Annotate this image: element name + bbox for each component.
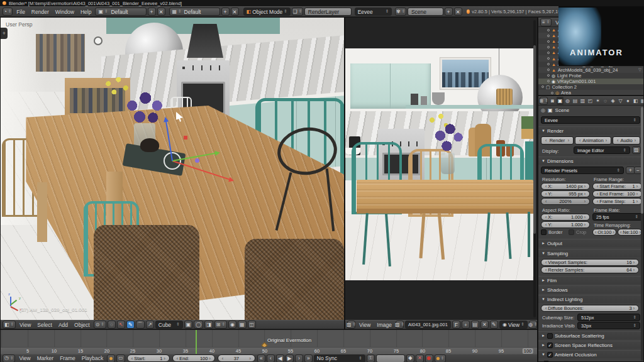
active-item-dropdown[interactable]: Cube⇕ [155,321,183,329]
scene-icon-dropdown[interactable]: ✾⇕ [395,8,406,16]
render-layer-icon-dropdown[interactable]: ❏⇕ [292,8,303,16]
menu-item[interactable]: Frame [57,355,79,361]
sync-mode-dropdown[interactable]: No Sync⇕ [314,354,365,362]
frame-step-field[interactable]: Frame Step:1 [592,198,642,205]
crop-checkbox[interactable] [569,229,574,235]
jump-to-start-button[interactable]: « [257,354,265,362]
resolution-x-field[interactable]: X:1400 px [541,183,590,190]
render-view-button[interactable]: ▦ [238,321,247,329]
properties-scrollbar[interactable] [641,107,643,361]
aspect-x-field[interactable]: X:1.000 [541,214,590,221]
outliner-item[interactable]: Area [538,90,643,96]
properties-tab-icon[interactable]: ✶ [594,97,601,105]
ao-section-header[interactable]: ▼✓Ambient Occlusion [538,350,643,358]
frame-rate-select[interactable]: 25 fps⇕ [592,213,642,221]
properties-tab-icon[interactable]: ◰ [587,97,594,105]
menu-item[interactable]: Select [34,322,55,328]
sampling-section-header[interactable]: ▼Sampling [538,249,643,257]
menu-item[interactable]: Marker [34,355,57,361]
menu-item[interactable]: Window [52,9,77,15]
properties-tab-icon[interactable]: ▤ [572,97,579,105]
menu-item[interactable]: Help [77,9,94,15]
editor-type-timeline-button[interactable]: ◷⇕ [3,354,15,362]
resolution-percentage-field[interactable]: 200% [541,198,590,205]
play-button[interactable]: ▶ [286,354,294,362]
border-checkbox[interactable] [541,229,547,235]
outliner-item[interactable]: VRayCam001.001 [538,79,643,84]
timeline-ruler[interactable]: 5101520253035404550556065707580859095100 [1,347,537,354]
gizmo-plane-handle-x[interactable] [184,136,187,140]
menu-item[interactable]: View [16,355,33,361]
gizmo-plane-handle-z[interactable] [195,158,199,163]
add-scene-layout-button[interactable]: + [221,8,230,16]
outliner-item[interactable]: Collection 2 [538,84,643,90]
render-section-header[interactable]: ▼Render [538,126,643,134]
render-layer-field[interactable]: RenderLayer [304,8,352,16]
sss-checkbox[interactable] [547,333,553,339]
render-presets-dropdown[interactable]: Render Presets⇕ [541,167,624,174]
properties-tab-icon[interactable]: ▥ [579,97,586,105]
expand-icon[interactable] [547,69,550,71]
expand-icon[interactable] [547,29,550,31]
xray-toggle-button[interactable]: ◨ [204,321,213,329]
menu-item[interactable]: View [356,322,374,328]
editor-type-outliner-button[interactable]: ≡⇕ [540,18,552,26]
expand-icon[interactable] [547,52,550,54]
engine-select[interactable]: Eevee⇕ [541,116,640,124]
display-select[interactable]: Image Editor⇕ [574,146,630,154]
add-scene-button[interactable]: + [445,8,453,16]
expand-icon[interactable] [547,57,550,60]
irradiance-select[interactable]: 32px⇕ [577,322,640,329]
proportional-edit-button[interactable]: ◉ [228,321,236,329]
image-browse-dropdown[interactable]: ▨⇕ [396,321,404,329]
current-frame-field[interactable]: 37 [218,354,255,362]
render-animation-button[interactable]: Animation [575,136,611,145]
properties-tab-icon[interactable]: ◈ [609,97,616,105]
overlay-toggle-button[interactable]: ▣ [184,321,193,329]
open-image-button[interactable]: ▤ [471,321,479,329]
auto-keyframe-button[interactable] [107,354,115,362]
close-scene-button[interactable]: ✕ [454,8,462,16]
expand-icon[interactable] [547,80,550,82]
resolution-y-field[interactable]: Y:955 px [541,190,590,197]
record-button[interactable] [425,354,433,362]
border-checkbox-row[interactable]: Border [541,229,563,235]
remap-new-field[interactable]: Ne:100 [618,229,642,236]
orbit-button[interactable]: ◌ [108,321,116,329]
outliner-item[interactable]: ArchModels_68_039_obj_24 [538,67,643,73]
expand-icon[interactable] [547,35,550,37]
scene-name-field[interactable]: Scene [408,8,443,16]
menu-item[interactable]: Playback [79,355,107,361]
editor-type-viewport-button[interactable]: ◧⇕ [3,321,16,329]
end-frame-field[interactable]: End Frame:100 [592,190,642,197]
indirect-lighting-section-header[interactable]: ▼Indirect Lighting [538,295,643,303]
tool-annotate-button[interactable]: ✎ [126,321,135,329]
new-image-button[interactable]: ＋ [462,321,470,329]
remap-old-field[interactable]: Ol:100 [592,229,616,236]
unlink-image-button[interactable]: ✕ [480,321,489,329]
aspect-y-field[interactable]: Y:1.000 [541,221,590,228]
render-samples-slider[interactable]: Render Samples:64 [541,266,639,273]
menu-item[interactable]: Image [374,322,395,328]
menu-item[interactable]: Render [28,9,52,15]
keying-set-field[interactable] [376,354,405,362]
expand-icon[interactable] [551,92,553,94]
start-frame-header-field[interactable]: Start:1 [127,354,170,362]
image-editor-scrollbar[interactable] [533,20,536,317]
screen-layout-selector[interactable]: ▣⇕Default [95,8,146,16]
prev-keyframe-button[interactable]: ‹ [267,354,275,362]
pivot-point-dropdown[interactable]: ⊙⇕ [94,321,106,329]
properties-tab-icon[interactable]: ◧ [632,97,639,105]
tool-measure-button[interactable]: ⌒ [136,321,145,329]
engine-dropdown[interactable]: Eevee⇕ [355,8,392,16]
ssr-section-header[interactable]: ►✓Screen Space Reflections [538,341,643,349]
cubemap-size-select[interactable]: 512px⇕ [577,314,640,321]
properties-tab-icon[interactable]: ◍ [564,97,571,105]
scrollbar-thumb[interactable] [533,45,536,234]
display-options-button[interactable]: ▨ [632,146,641,154]
image-name-field[interactable]: AI043_001.jpg.001 [405,321,451,329]
close-layout-button[interactable]: ✕ [157,8,165,16]
tool-transform-button[interactable]: ↗ [146,321,154,329]
menu-item[interactable]: Object [71,322,93,328]
diffuse-bounces-slider[interactable]: Diffuse Bounces:3 [541,305,639,312]
